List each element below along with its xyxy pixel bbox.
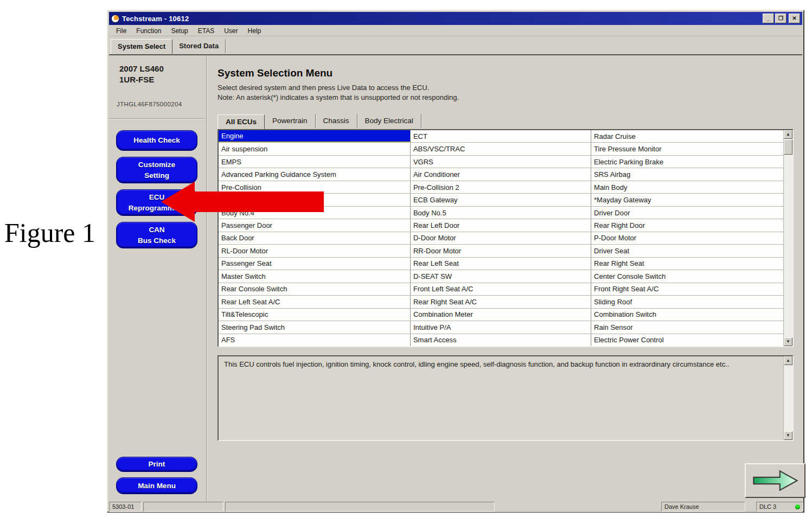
table-cell[interactable]: Pre-Collision bbox=[219, 181, 411, 193]
table-cell[interactable]: Body No.4 bbox=[219, 207, 411, 219]
table-scrollbar[interactable]: ▲ ▼ bbox=[783, 130, 792, 346]
description-scrollbar[interactable]: ▲ ▼ bbox=[783, 356, 792, 440]
figure-label: Figure 1 bbox=[4, 217, 95, 248]
can-bus-check-label: Bus Check bbox=[138, 235, 176, 246]
table-cell[interactable]: Tire Pressure Monitor bbox=[591, 143, 783, 155]
table-cell[interactable]: RR-Door Motor bbox=[411, 245, 591, 257]
title-bar[interactable]: Techstream - 10612 _❐✕ bbox=[109, 12, 802, 25]
table-cell[interactable]: Advanced Parking Guidance System bbox=[219, 168, 411, 180]
main-menu-button[interactable]: Main Menu bbox=[116, 477, 197, 494]
scroll-down-icon[interactable]: ▼ bbox=[784, 431, 792, 440]
health-check-button[interactable]: Health Check bbox=[116, 130, 197, 151]
table-cell[interactable]: Radar Cruise bbox=[591, 130, 783, 142]
table-cell[interactable] bbox=[219, 194, 411, 206]
ecu-tab-chassis[interactable]: Chassis bbox=[316, 114, 357, 128]
table-cell[interactable]: Rear Left Seat bbox=[411, 258, 591, 270]
table-cell[interactable]: Passenger Seat bbox=[219, 258, 411, 270]
menu-item-help[interactable]: Help bbox=[243, 26, 266, 36]
table-row: ECB Gateway*Mayday Gateway bbox=[219, 194, 783, 206]
table-cell[interactable]: ABS/VSC/TRAC bbox=[411, 143, 591, 155]
table-cell[interactable]: Intuitive P/A bbox=[411, 321, 591, 333]
table-cell[interactable]: ECB Gateway bbox=[411, 194, 591, 206]
table-cell[interactable]: ECT bbox=[411, 130, 591, 142]
menu-item-file[interactable]: File bbox=[111, 26, 131, 36]
table-cell[interactable]: RL-Door Motor bbox=[219, 245, 411, 257]
table-cell[interactable]: Electric Parking Brake bbox=[591, 156, 783, 168]
table-cell[interactable]: D-SEAT SW bbox=[411, 270, 591, 282]
table-cell[interactable]: Driver Door bbox=[591, 207, 783, 219]
table-cell[interactable]: Tilt&Telescopic bbox=[219, 309, 411, 321]
table-cell[interactable]: Electric Power Control bbox=[591, 334, 783, 346]
ecu-tab-bar: All ECUsPowertrainChassisBody Electrical bbox=[218, 112, 421, 129]
table-cell[interactable]: Steering Pad Switch bbox=[219, 321, 411, 333]
system-table-rows: EngineECTRadar CruiseAir suspensionABS/V… bbox=[219, 130, 783, 346]
ecu-reprogramming-button[interactable]: ECUReprogramming bbox=[116, 189, 197, 216]
table-cell[interactable]: Rear Right Seat A/C bbox=[411, 296, 591, 308]
status-bar: 5303-01 Dave Krause DLC 3 bbox=[109, 501, 802, 512]
menu-item-etas[interactable]: ETAS bbox=[193, 26, 219, 36]
table-cell[interactable]: VGRS bbox=[411, 156, 591, 168]
next-button[interactable] bbox=[745, 463, 805, 498]
tab-stored-data[interactable]: Stored Data bbox=[172, 39, 226, 53]
table-cell[interactable]: *Mayday Gateway bbox=[591, 194, 783, 206]
menu-item-function[interactable]: Function bbox=[131, 26, 166, 36]
print-button-label: Print bbox=[149, 459, 165, 470]
menu-item-setup[interactable]: Setup bbox=[166, 26, 193, 36]
table-cell[interactable]: Master Switch bbox=[219, 270, 411, 282]
sidebar: 2007 LS460 1UR-FSE JTHGL46F875000204 Hea… bbox=[109, 55, 207, 501]
customize-setting-button[interactable]: CustomizeSetting bbox=[116, 157, 197, 183]
table-cell[interactable]: EMPS bbox=[219, 156, 411, 168]
table-cell[interactable]: Front Right Seat A/C bbox=[591, 283, 783, 295]
table-cell[interactable]: Rain Sensor bbox=[591, 321, 783, 333]
table-cell[interactable]: Center Console Switch bbox=[591, 270, 783, 282]
table-cell[interactable]: Rear Left Door bbox=[411, 219, 591, 231]
ecu-tab-body-electrical[interactable]: Body Electrical bbox=[357, 114, 421, 128]
table-cell[interactable]: Body No.5 bbox=[411, 207, 591, 219]
table-cell[interactable]: Passenger Door bbox=[219, 219, 411, 231]
table-cell[interactable]: Main Body bbox=[591, 181, 783, 193]
can-bus-check-button[interactable]: CANBus Check bbox=[116, 222, 197, 248]
table-cell[interactable]: Engine bbox=[219, 130, 411, 142]
minimize-icon[interactable]: _ bbox=[763, 14, 774, 23]
table-cell[interactable]: Front Left Seat A/C bbox=[411, 283, 591, 295]
table-cell[interactable]: AFS bbox=[219, 334, 411, 346]
table-cell[interactable]: Rear Left Seat A/C bbox=[219, 296, 411, 308]
table-cell[interactable]: Rear Right Seat bbox=[591, 258, 783, 270]
table-scrollbar-thumb[interactable] bbox=[784, 139, 792, 155]
menu-item-user[interactable]: User bbox=[219, 26, 242, 36]
content-area: 2007 LS460 1UR-FSE JTHGL46F875000204 Hea… bbox=[109, 54, 802, 501]
ecu-reprogramming-label: Reprogramming bbox=[129, 203, 185, 214]
window-title: Techstream - 10612 bbox=[122, 15, 189, 23]
table-cell[interactable]: Combination Meter bbox=[411, 309, 591, 321]
tab-system-select[interactable]: System Select bbox=[111, 39, 172, 54]
close-icon[interactable]: ✕ bbox=[789, 14, 800, 23]
scroll-up-icon[interactable]: ▲ bbox=[784, 130, 792, 139]
table-cell[interactable]: Back Door bbox=[219, 232, 411, 244]
table-cell[interactable]: SRS Airbag bbox=[591, 168, 783, 180]
ecu-tab-all-ecus[interactable]: All ECUs bbox=[218, 114, 265, 130]
table-row: Rear Left Seat A/CRear Right Seat A/CSli… bbox=[219, 296, 783, 308]
page: Figure 1 Techstream - 10612 _❐✕ FileFunc… bbox=[0, 0, 812, 524]
page-title: System Selection Menu bbox=[218, 67, 333, 79]
table-cell[interactable]: Air Conditioner bbox=[411, 168, 591, 180]
table-cell[interactable]: Rear Right Door bbox=[591, 219, 783, 231]
main-menu-button-label: Main Menu bbox=[138, 481, 176, 491]
scroll-up-icon[interactable]: ▲ bbox=[784, 356, 792, 365]
table-cell[interactable]: Air suspension bbox=[219, 143, 411, 155]
table-cell[interactable]: D-Door Motor bbox=[411, 232, 591, 244]
table-cell[interactable]: Pre-Collision 2 bbox=[411, 181, 591, 193]
table-row: Steering Pad SwitchIntuitive P/ARain Sen… bbox=[219, 321, 783, 334]
table-cell[interactable]: Sliding Roof bbox=[591, 296, 783, 308]
scroll-down-icon[interactable]: ▼ bbox=[784, 337, 792, 346]
table-row: RL-Door MotorRR-Door MotorDriver Seat bbox=[219, 245, 783, 257]
print-button[interactable]: Print bbox=[116, 457, 197, 472]
table-cell[interactable]: Driver Seat bbox=[591, 245, 783, 257]
table-cell[interactable]: Combination Switch bbox=[591, 309, 783, 321]
techstream-window: Techstream - 10612 _❐✕ FileFunctionSetup… bbox=[107, 10, 804, 513]
restore-icon[interactable]: ❐ bbox=[775, 14, 787, 23]
techstream-logo-icon bbox=[111, 15, 119, 23]
table-cell[interactable]: Rear Console Switch bbox=[219, 283, 411, 295]
table-cell[interactable]: P-Door Motor bbox=[591, 232, 783, 244]
ecu-tab-powertrain[interactable]: Powertrain bbox=[265, 114, 316, 128]
table-cell[interactable]: Smart Access bbox=[411, 334, 591, 346]
